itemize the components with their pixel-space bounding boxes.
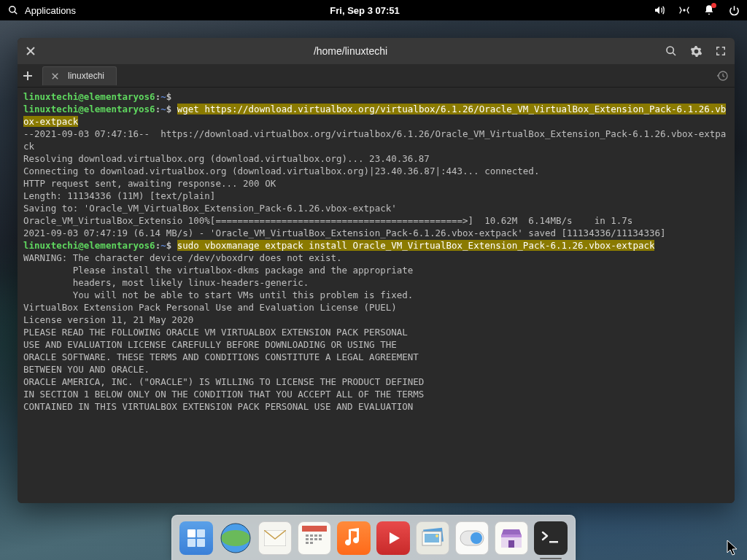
volume-icon[interactable] — [654, 4, 665, 16]
svg-rect-20 — [302, 526, 327, 532]
window-titlebar[interactable]: /home/linuxtechi — [18, 38, 735, 64]
new-tab-button[interactable] — [18, 66, 38, 86]
svg-point-2 — [684, 9, 685, 11]
svg-rect-39 — [501, 534, 522, 537]
dock-music[interactable] — [337, 521, 371, 555]
svg-point-0 — [9, 7, 15, 12]
history-button[interactable] — [711, 70, 735, 82]
dock-calendar[interactable] — [298, 521, 331, 555]
dock-mail[interactable] — [258, 521, 292, 555]
window-close-button[interactable] — [23, 44, 38, 58]
notifications-icon[interactable] — [703, 4, 715, 16]
svg-rect-15 — [197, 539, 205, 547]
svg-rect-21 — [306, 534, 309, 537]
dock-settings[interactable] — [455, 521, 489, 555]
svg-rect-22 — [310, 534, 313, 537]
svg-point-5 — [667, 47, 673, 53]
dock — [171, 515, 576, 560]
dock-photos[interactable] — [416, 521, 449, 555]
dock-web[interactable] — [219, 521, 252, 555]
svg-marker-31 — [390, 532, 400, 544]
tab-label: linuxtechi — [68, 71, 104, 81]
svg-rect-41 — [549, 541, 558, 543]
svg-rect-29 — [306, 542, 309, 544]
applications-label: Applications — [25, 5, 76, 16]
svg-line-6 — [673, 52, 676, 55]
dock-terminal[interactable] — [534, 521, 568, 555]
dock-store[interactable] — [495, 521, 528, 555]
power-icon[interactable] — [728, 4, 740, 16]
settings-button[interactable] — [688, 43, 704, 59]
svg-rect-13 — [197, 529, 205, 537]
svg-rect-12 — [187, 529, 196, 537]
search-icon — [7, 4, 19, 16]
top-panel: Applications Fri, Sep 3 07:51 — [0, 0, 747, 20]
maximize-button[interactable] — [713, 43, 729, 59]
svg-point-35 — [436, 534, 438, 537]
svg-point-37 — [471, 532, 482, 544]
svg-rect-28 — [319, 538, 322, 540]
svg-rect-25 — [306, 538, 309, 540]
network-icon[interactable] — [678, 4, 690, 16]
svg-rect-14 — [187, 539, 196, 547]
svg-rect-40 — [508, 540, 514, 548]
tab-close-button[interactable] — [49, 70, 61, 82]
terminal-output[interactable]: linuxtechi@elementaryos6:~$ linuxtechi@e… — [18, 88, 735, 503]
dock-multitask[interactable] — [179, 521, 213, 555]
svg-rect-26 — [310, 538, 313, 540]
clock[interactable]: Fri, Sep 3 07:51 — [76, 5, 654, 16]
svg-line-1 — [15, 12, 18, 15]
search-button[interactable] — [663, 43, 679, 59]
svg-rect-24 — [319, 534, 322, 537]
tab-bar: linuxtechi — [18, 64, 735, 88]
mouse-cursor — [727, 540, 740, 557]
svg-point-17 — [221, 530, 250, 546]
terminal-tab[interactable]: linuxtechi — [42, 66, 117, 85]
svg-rect-30 — [310, 542, 313, 544]
applications-menu[interactable]: Applications — [7, 4, 76, 16]
window-title: /home/linuxtechi — [38, 45, 663, 57]
svg-rect-27 — [314, 538, 317, 540]
svg-rect-23 — [314, 534, 317, 537]
dock-video[interactable] — [376, 521, 410, 555]
terminal-window: /home/linuxtechi linuxtechi linuxtech — [18, 38, 735, 503]
